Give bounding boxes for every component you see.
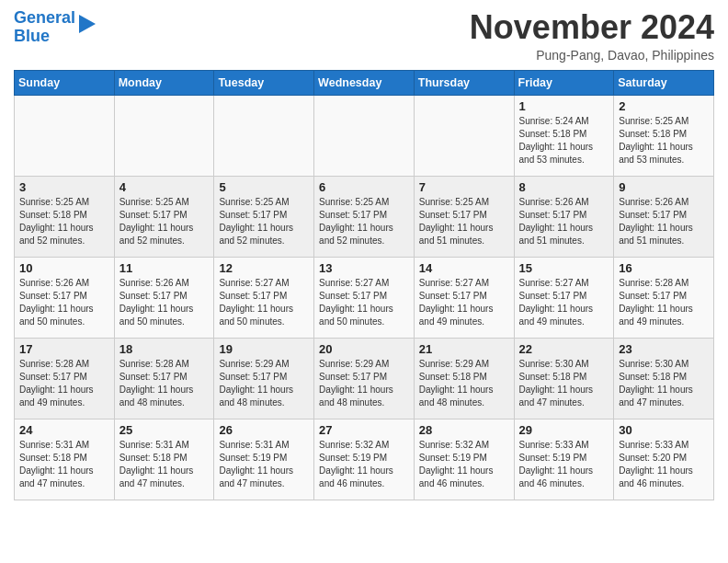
day-info: Sunrise: 5:31 AMSunset: 5:18 PMDaylight:…	[119, 439, 210, 490]
day-number: 28	[419, 423, 509, 437]
calendar-cell: 21Sunrise: 5:29 AMSunset: 5:18 PMDayligh…	[414, 338, 514, 419]
calendar-cell: 22Sunrise: 5:30 AMSunset: 5:18 PMDayligh…	[514, 338, 614, 419]
calendar-cell: 9Sunrise: 5:26 AMSunset: 5:17 PMDaylight…	[614, 176, 714, 257]
calendar-cell: 6Sunrise: 5:25 AMSunset: 5:17 PMDaylight…	[314, 176, 415, 257]
header: General Blue November 2024 Pung-Pang, Da…	[14, 9, 714, 63]
svg-marker-0	[79, 15, 96, 33]
calendar-cell	[314, 95, 415, 176]
day-info: Sunrise: 5:30 AMSunset: 5:18 PMDaylight:…	[519, 358, 609, 409]
day-number: 14	[419, 261, 509, 275]
day-number: 20	[319, 342, 409, 356]
calendar-cell	[15, 95, 115, 176]
day-info: Sunrise: 5:26 AMSunset: 5:17 PMDaylight:…	[619, 196, 709, 247]
day-number: 23	[619, 342, 709, 356]
day-number: 1	[519, 99, 609, 113]
day-number: 7	[419, 180, 509, 194]
day-info: Sunrise: 5:33 AMSunset: 5:20 PMDaylight:…	[619, 439, 709, 490]
logo: General Blue	[14, 9, 97, 46]
day-info: Sunrise: 5:28 AMSunset: 5:17 PMDaylight:…	[19, 358, 109, 409]
day-info: Sunrise: 5:27 AMSunset: 5:17 PMDaylight:…	[419, 277, 509, 328]
calendar-cell: 17Sunrise: 5:28 AMSunset: 5:17 PMDayligh…	[15, 338, 115, 419]
calendar-cell: 18Sunrise: 5:28 AMSunset: 5:17 PMDayligh…	[114, 338, 214, 419]
calendar-cell: 25Sunrise: 5:31 AMSunset: 5:18 PMDayligh…	[114, 419, 214, 500]
calendar-cell: 16Sunrise: 5:28 AMSunset: 5:17 PMDayligh…	[614, 257, 714, 338]
calendar-cell: 4Sunrise: 5:25 AMSunset: 5:17 PMDaylight…	[114, 176, 214, 257]
logo-icon	[77, 11, 97, 37]
calendar-cell: 11Sunrise: 5:26 AMSunset: 5:17 PMDayligh…	[114, 257, 214, 338]
day-number: 13	[319, 261, 409, 275]
day-info: Sunrise: 5:25 AMSunset: 5:17 PMDaylight:…	[119, 196, 210, 247]
day-info: Sunrise: 5:29 AMSunset: 5:17 PMDaylight:…	[219, 358, 309, 409]
calendar-cell: 13Sunrise: 5:27 AMSunset: 5:17 PMDayligh…	[314, 257, 415, 338]
week-row-1: 1Sunrise: 5:24 AMSunset: 5:18 PMDaylight…	[15, 95, 714, 176]
day-number: 16	[619, 261, 709, 275]
weekday-header-row: SundayMondayTuesdayWednesdayThursdayFrid…	[15, 70, 714, 95]
week-row-3: 10Sunrise: 5:26 AMSunset: 5:17 PMDayligh…	[15, 257, 714, 338]
weekday-header-thursday: Thursday	[414, 70, 514, 95]
day-number: 22	[519, 342, 609, 356]
calendar-cell: 5Sunrise: 5:25 AMSunset: 5:17 PMDaylight…	[214, 176, 314, 257]
day-number: 10	[19, 261, 109, 275]
day-number: 30	[619, 423, 709, 437]
calendar-cell: 10Sunrise: 5:26 AMSunset: 5:17 PMDayligh…	[15, 257, 115, 338]
day-info: Sunrise: 5:28 AMSunset: 5:17 PMDaylight:…	[119, 358, 210, 409]
day-info: Sunrise: 5:25 AMSunset: 5:17 PMDaylight:…	[319, 196, 409, 247]
day-info: Sunrise: 5:25 AMSunset: 5:17 PMDaylight:…	[419, 196, 509, 247]
weekday-header-saturday: Saturday	[614, 70, 714, 95]
weekday-header-monday: Monday	[114, 70, 214, 95]
month-title: November 2024	[470, 9, 714, 46]
calendar-cell: 26Sunrise: 5:31 AMSunset: 5:19 PMDayligh…	[214, 419, 314, 500]
title-block: November 2024 Pung-Pang, Davao, Philippi…	[470, 9, 714, 63]
calendar-cell	[114, 95, 214, 176]
calendar-cell: 24Sunrise: 5:31 AMSunset: 5:18 PMDayligh…	[15, 419, 115, 500]
day-info: Sunrise: 5:25 AMSunset: 5:18 PMDaylight:…	[19, 196, 109, 247]
day-number: 5	[219, 180, 309, 194]
day-info: Sunrise: 5:24 AMSunset: 5:18 PMDaylight:…	[519, 115, 609, 167]
day-number: 3	[19, 180, 109, 194]
calendar-cell: 12Sunrise: 5:27 AMSunset: 5:17 PMDayligh…	[214, 257, 314, 338]
day-info: Sunrise: 5:33 AMSunset: 5:19 PMDaylight:…	[519, 439, 609, 490]
logo-line2: Blue	[14, 27, 50, 45]
day-number: 8	[519, 180, 609, 194]
day-info: Sunrise: 5:26 AMSunset: 5:17 PMDaylight:…	[119, 277, 210, 328]
day-number: 17	[19, 342, 109, 356]
day-number: 9	[619, 180, 709, 194]
day-info: Sunrise: 5:30 AMSunset: 5:18 PMDaylight:…	[619, 358, 709, 409]
calendar-cell	[214, 95, 314, 176]
calendar-cell: 7Sunrise: 5:25 AMSunset: 5:17 PMDaylight…	[414, 176, 514, 257]
calendar-cell: 23Sunrise: 5:30 AMSunset: 5:18 PMDayligh…	[614, 338, 714, 419]
day-number: 2	[619, 99, 709, 113]
calendar-table: SundayMondayTuesdayWednesdayThursdayFrid…	[14, 70, 714, 500]
day-info: Sunrise: 5:27 AMSunset: 5:17 PMDaylight:…	[319, 277, 409, 328]
day-number: 27	[319, 423, 409, 437]
calendar-cell: 14Sunrise: 5:27 AMSunset: 5:17 PMDayligh…	[414, 257, 514, 338]
weekday-header-tuesday: Tuesday	[214, 70, 314, 95]
day-info: Sunrise: 5:25 AMSunset: 5:18 PMDaylight:…	[619, 115, 709, 167]
week-row-5: 24Sunrise: 5:31 AMSunset: 5:18 PMDayligh…	[15, 419, 714, 500]
day-number: 15	[519, 261, 609, 275]
day-info: Sunrise: 5:32 AMSunset: 5:19 PMDaylight:…	[419, 439, 509, 490]
week-row-4: 17Sunrise: 5:28 AMSunset: 5:17 PMDayligh…	[15, 338, 714, 419]
weekday-header-sunday: Sunday	[15, 70, 115, 95]
week-row-2: 3Sunrise: 5:25 AMSunset: 5:18 PMDaylight…	[15, 176, 714, 257]
day-number: 25	[119, 423, 210, 437]
day-number: 21	[419, 342, 509, 356]
location-subtitle: Pung-Pang, Davao, Philippines	[470, 48, 714, 63]
calendar-cell: 3Sunrise: 5:25 AMSunset: 5:18 PMDaylight…	[15, 176, 115, 257]
calendar-cell: 20Sunrise: 5:29 AMSunset: 5:17 PMDayligh…	[314, 338, 415, 419]
day-info: Sunrise: 5:31 AMSunset: 5:18 PMDaylight:…	[19, 439, 109, 490]
day-info: Sunrise: 5:31 AMSunset: 5:19 PMDaylight:…	[219, 439, 309, 490]
day-number: 6	[319, 180, 409, 194]
weekday-header-wednesday: Wednesday	[314, 70, 415, 95]
calendar-cell	[414, 95, 514, 176]
calendar-cell: 27Sunrise: 5:32 AMSunset: 5:19 PMDayligh…	[314, 419, 415, 500]
day-info: Sunrise: 5:29 AMSunset: 5:17 PMDaylight:…	[319, 358, 409, 409]
day-info: Sunrise: 5:25 AMSunset: 5:17 PMDaylight:…	[219, 196, 309, 247]
day-info: Sunrise: 5:28 AMSunset: 5:17 PMDaylight:…	[619, 277, 709, 328]
day-info: Sunrise: 5:26 AMSunset: 5:17 PMDaylight:…	[519, 196, 609, 247]
day-info: Sunrise: 5:26 AMSunset: 5:17 PMDaylight:…	[19, 277, 109, 328]
day-info: Sunrise: 5:27 AMSunset: 5:17 PMDaylight:…	[519, 277, 609, 328]
calendar-cell: 2Sunrise: 5:25 AMSunset: 5:18 PMDaylight…	[614, 95, 714, 176]
day-number: 26	[219, 423, 309, 437]
day-number: 24	[19, 423, 109, 437]
